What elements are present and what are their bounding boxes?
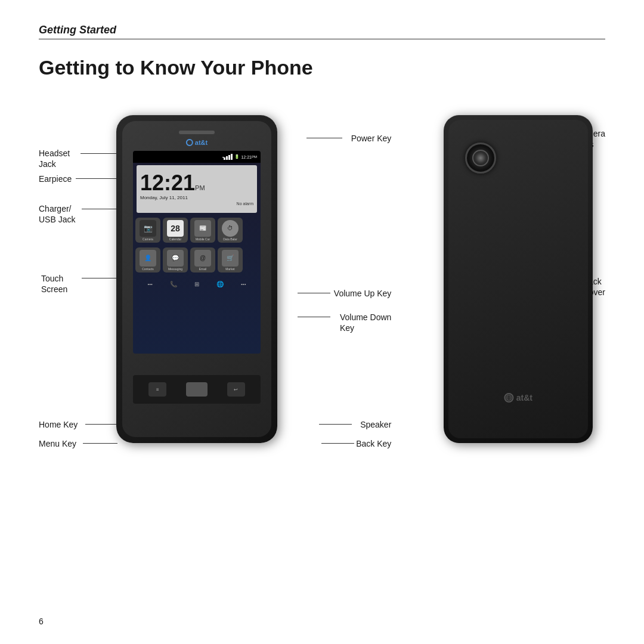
app-data-balance: ⏱ Data Balar <box>218 218 243 243</box>
att-globe-icon <box>504 393 514 402</box>
camera-lens-inner <box>472 150 489 166</box>
back-phone-section: CameraLens BackCover <box>444 103 605 532</box>
app-market: 🛒 Market <box>218 247 243 273</box>
phone-front-section: HeadsetJack Earpiece Charger/USB Jack To… <box>39 103 396 532</box>
clock-alarm: No alarm <box>237 202 253 206</box>
app-label-messaging: Messaging <box>168 267 182 271</box>
app-calendar: 28 Calendar <box>163 218 188 243</box>
att-logo-front: at&t <box>186 139 208 146</box>
clock-widget: 12:21 PM Monday, July 11, 2011 No alarm <box>137 165 257 213</box>
label-touch-screen: TouchScreen <box>41 273 67 295</box>
app-camera: 📷 Camera <box>135 218 160 243</box>
chapter-header: Getting Started <box>39 24 605 36</box>
clock-time: 12:21 <box>140 172 195 194</box>
line-volume-down <box>298 317 330 317</box>
home-btn <box>186 382 208 397</box>
page-number: 6 <box>39 617 44 626</box>
back-att-logo: at&t <box>504 393 532 402</box>
line-earpiece <box>76 178 117 179</box>
label-earpiece: Earpiece <box>39 174 72 184</box>
signal-bars <box>224 154 233 160</box>
line-power-key <box>306 138 342 138</box>
label-back-key: Back Key <box>356 438 391 449</box>
phone-back-inner: at&t <box>448 120 588 438</box>
back-btn: ↩ <box>227 382 245 397</box>
clock-ampm: PM <box>195 184 205 191</box>
line-home-key <box>85 424 117 425</box>
phone-front-body: at&t ▪ 🔋 <box>116 115 277 443</box>
line-back-key <box>321 443 354 444</box>
phone-back-body: at&t <box>444 115 593 443</box>
status-bar: ▪ 🔋 12:21 PM <box>133 151 261 163</box>
page-title: Getting to Know Your Phone <box>39 56 605 79</box>
clock-date: Monday, July 11, 2011 <box>140 195 188 200</box>
line-volume-up <box>298 293 330 293</box>
earpiece-grille <box>179 131 215 134</box>
page-container: Getting Started Getting to Know Your Pho… <box>0 0 644 644</box>
app-label-data: Data Balar <box>223 237 237 241</box>
line-touch-screen <box>82 278 117 278</box>
line-menu-key <box>83 443 117 444</box>
camera-lens <box>465 143 496 174</box>
line-speaker <box>319 424 352 425</box>
app-row-1: 📷 Camera 28 Calendar 📰 Mobile Car <box>133 215 261 245</box>
signal-bar-3 <box>228 155 230 160</box>
app-label-camera: Camera <box>143 237 153 241</box>
phone-screen: ▪ 🔋 12:21 PM <box>133 151 261 354</box>
label-volume-up: Volume Up Key <box>334 288 392 299</box>
att-text-back: at&t <box>516 393 532 402</box>
label-menu-key: Menu Key <box>39 438 76 449</box>
label-volume-down: Volume DownKey <box>340 312 391 333</box>
signal-bar-4 <box>231 154 233 160</box>
app-contacts: 👤 Contacts <box>135 247 160 273</box>
label-speaker: Speaker <box>360 419 391 430</box>
app-label-market: Market <box>225 267 234 271</box>
label-headset-jack: HeadsetJack <box>39 148 70 169</box>
status-ampm: PM <box>252 155 257 159</box>
app-label-contacts: Contacts <box>142 267 154 271</box>
app-email: @ Email <box>190 247 215 273</box>
app-mobile-car: 📰 Mobile Car <box>190 218 215 243</box>
app-label-mobile: Mobile Car <box>196 237 210 241</box>
signal-bar-1 <box>224 157 225 160</box>
signal-bar-2 <box>226 156 228 160</box>
status-time: 12:21 <box>241 155 252 159</box>
app-label-email: Email <box>199 267 207 271</box>
menu-btn: ≡ <box>148 382 166 397</box>
diagram-area: HeadsetJack Earpiece Charger/USB Jack To… <box>39 103 605 532</box>
label-home-key: Home Key <box>39 419 78 430</box>
line-charger <box>82 209 117 209</box>
hardware-nav-bar: ≡ ↩ <box>133 375 261 404</box>
phone-front-inner: at&t ▪ 🔋 <box>122 121 271 437</box>
app-row-2: 👤 Contacts 💬 Messaging @ Email <box>133 245 261 275</box>
app-messaging: 💬 Messaging <box>163 247 188 273</box>
label-charger-usb: Charger/USB Jack <box>39 203 75 225</box>
chapter-divider <box>39 39 605 39</box>
label-power-key: Power Key <box>351 133 392 144</box>
line-headset <box>80 153 117 154</box>
app-label-calendar: Calendar <box>169 237 181 241</box>
screen-nav-row: ••• 📞 ⊞ 🌐 ••• <box>133 277 261 291</box>
